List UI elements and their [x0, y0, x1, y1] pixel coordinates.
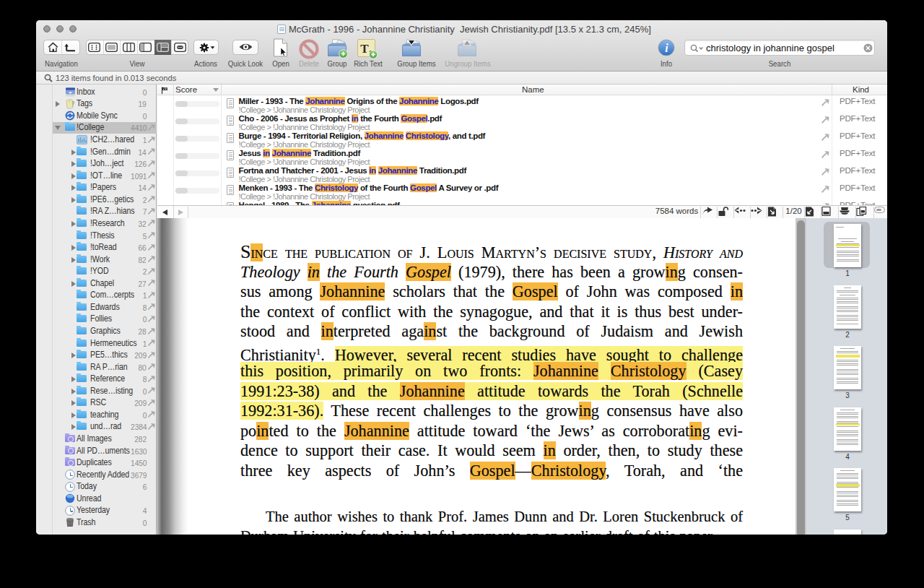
svg-text:T: T [360, 42, 369, 56]
svg-text:i: i [665, 42, 668, 54]
